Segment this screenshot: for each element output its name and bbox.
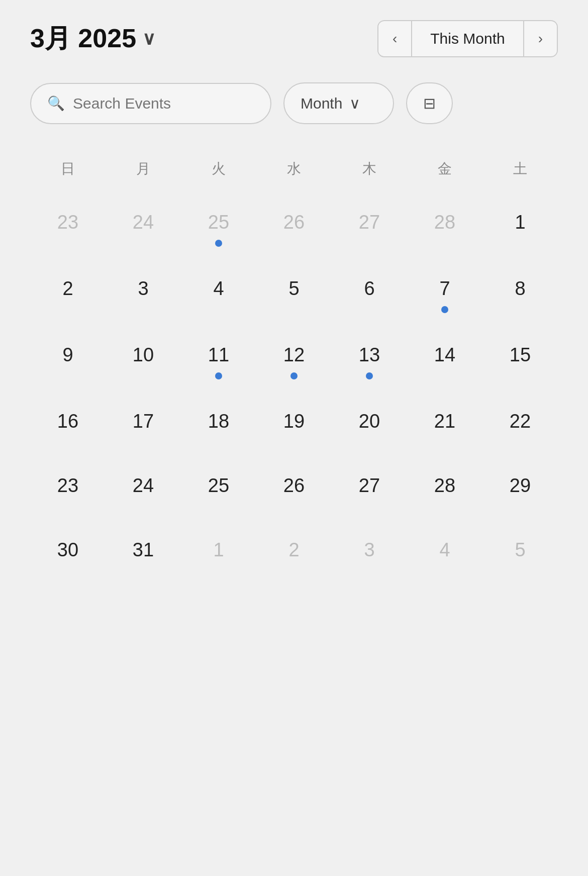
calendar-cell[interactable]: 5 xyxy=(482,526,558,591)
filter-button[interactable]: ⊟ xyxy=(406,82,453,124)
day-number: 30 xyxy=(57,540,78,559)
calendar-cell[interactable]: 11 xyxy=(181,331,256,398)
dot-placeholder xyxy=(517,304,524,311)
calendar-cell[interactable]: 25 xyxy=(181,462,256,526)
day-number: 16 xyxy=(57,412,78,431)
day-number: 25 xyxy=(208,213,229,232)
calendar-cell[interactable]: 14 xyxy=(407,331,482,398)
calendar-cell[interactable]: 4 xyxy=(181,265,256,331)
event-dot xyxy=(441,306,448,313)
calendar-cell[interactable]: 1 xyxy=(482,199,558,265)
calendar-cell[interactable]: 28 xyxy=(407,462,482,526)
event-dot xyxy=(215,240,222,247)
calendar-cell[interactable]: 6 xyxy=(332,265,407,331)
day-number: 18 xyxy=(208,412,229,431)
day-number: 23 xyxy=(57,476,78,495)
calendar-cell[interactable]: 24 xyxy=(106,462,181,526)
dot-placeholder xyxy=(215,501,222,508)
event-dot xyxy=(215,372,222,379)
day-number: 26 xyxy=(283,476,305,495)
calendar-cell[interactable]: 24 xyxy=(106,199,181,265)
dot-placeholder xyxy=(215,565,222,572)
dot-placeholder xyxy=(215,304,222,311)
view-select[interactable]: Month ∨ xyxy=(283,82,394,124)
day-number: 15 xyxy=(510,345,531,364)
day-number: 25 xyxy=(208,476,229,495)
day-number: 5 xyxy=(515,540,525,559)
prev-month-button[interactable]: ‹ xyxy=(378,22,411,56)
dot-placeholder xyxy=(140,437,147,444)
calendar-cell[interactable]: 3 xyxy=(332,526,407,591)
dot-placeholder xyxy=(140,238,147,245)
dot-placeholder xyxy=(290,304,298,311)
calendar-cell[interactable]: 30 xyxy=(30,526,106,591)
calendar-cell[interactable]: 3 xyxy=(106,265,181,331)
day-number: 27 xyxy=(359,213,380,232)
month-title[interactable]: 3月 2025 ∨ xyxy=(30,21,155,56)
search-box[interactable]: 🔍 xyxy=(30,83,271,124)
day-number: 3 xyxy=(138,279,148,298)
calendar-cell[interactable]: 12 xyxy=(256,331,332,398)
calendar-cell[interactable]: 29 xyxy=(482,462,558,526)
this-month-label: This Month xyxy=(411,21,524,56)
search-input[interactable] xyxy=(73,95,254,112)
calendar-cell[interactable]: 28 xyxy=(407,199,482,265)
dot-placeholder xyxy=(140,304,147,311)
dot-placeholder xyxy=(441,370,448,377)
day-number: 26 xyxy=(283,213,305,232)
dot-placeholder xyxy=(366,437,373,444)
chevron-down-icon[interactable]: ∨ xyxy=(142,28,155,49)
next-month-button[interactable]: › xyxy=(524,22,557,56)
calendar: 日月火水木金土 23242526272812345678910111213141… xyxy=(30,149,558,591)
calendar-cell[interactable]: 9 xyxy=(30,331,106,398)
toolbar: 🔍 Month ∨ ⊟ xyxy=(30,82,558,124)
calendar-cell[interactable]: 13 xyxy=(332,331,407,398)
day-number: 11 xyxy=(208,345,229,364)
calendar-cell[interactable]: 31 xyxy=(106,526,181,591)
calendar-cell[interactable]: 17 xyxy=(106,398,181,462)
calendar-cell[interactable]: 23 xyxy=(30,199,106,265)
calendar-cell[interactable]: 26 xyxy=(256,462,332,526)
calendar-cell[interactable]: 22 xyxy=(482,398,558,462)
day-header-label: 日 xyxy=(30,149,106,188)
dot-placeholder xyxy=(64,565,71,572)
calendar-cell[interactable]: 27 xyxy=(332,199,407,265)
day-number: 10 xyxy=(133,345,154,364)
calendar-cell[interactable]: 16 xyxy=(30,398,106,462)
calendar-cell[interactable]: 2 xyxy=(30,265,106,331)
day-number: 14 xyxy=(434,345,455,364)
view-chevron-icon: ∨ xyxy=(349,94,360,112)
day-number: 12 xyxy=(283,345,305,364)
calendar-cell[interactable]: 23 xyxy=(30,462,106,526)
day-number: 2 xyxy=(288,540,299,559)
day-number: 28 xyxy=(434,213,455,232)
calendar-cell[interactable]: 5 xyxy=(256,265,332,331)
month-year-label: 3月 2025 xyxy=(30,21,136,56)
calendar-cell[interactable]: 19 xyxy=(256,398,332,462)
day-number: 24 xyxy=(133,476,154,495)
day-number: 3 xyxy=(364,540,374,559)
day-header-label: 火 xyxy=(181,149,256,188)
calendar-cell[interactable]: 10 xyxy=(106,331,181,398)
day-number: 2 xyxy=(62,279,73,298)
dot-placeholder xyxy=(366,501,373,508)
calendar-cell[interactable]: 4 xyxy=(407,526,482,591)
day-number: 31 xyxy=(133,540,154,559)
calendar-cell[interactable]: 20 xyxy=(332,398,407,462)
calendar-cell[interactable]: 7 xyxy=(407,265,482,331)
calendar-cell[interactable]: 21 xyxy=(407,398,482,462)
calendar-cell[interactable]: 27 xyxy=(332,462,407,526)
calendar-cell[interactable]: 18 xyxy=(181,398,256,462)
day-number: 5 xyxy=(288,279,299,298)
dot-placeholder xyxy=(517,437,524,444)
calendar-grid: 2324252627281234567891011121314151617181… xyxy=(30,199,558,591)
dot-placeholder xyxy=(290,437,298,444)
calendar-cell[interactable]: 2 xyxy=(256,526,332,591)
calendar-cell[interactable]: 15 xyxy=(482,331,558,398)
calendar-cell[interactable]: 25 xyxy=(181,199,256,265)
calendar-cell[interactable]: 1 xyxy=(181,526,256,591)
dot-placeholder xyxy=(64,501,71,508)
day-number: 23 xyxy=(57,213,78,232)
calendar-cell[interactable]: 26 xyxy=(256,199,332,265)
calendar-cell[interactable]: 8 xyxy=(482,265,558,331)
